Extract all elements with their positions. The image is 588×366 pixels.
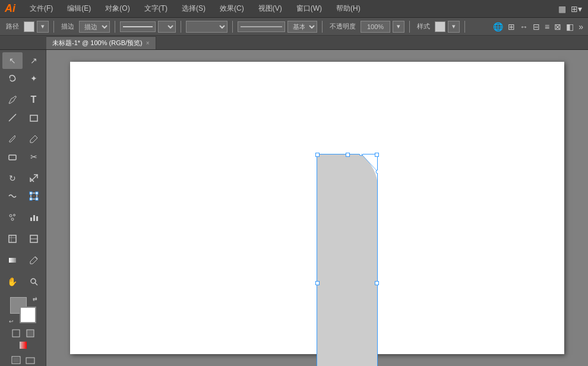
shape-svg [317, 154, 378, 366]
svg-rect-6 [30, 192, 32, 194]
align-icon[interactable]: ≡ [543, 21, 551, 33]
tab-close-btn[interactable]: × [146, 40, 150, 46]
direct-select-tool[interactable]: ↗ [24, 52, 44, 69]
svg-rect-25 [12, 330, 20, 337]
stroke-style-select[interactable] [186, 21, 227, 33]
canvas-area[interactable] [46, 50, 588, 366]
fill-options[interactable]: ▾ [37, 21, 49, 33]
svg-rect-3 [9, 155, 16, 160]
svg-rect-8 [30, 198, 32, 200]
slice-tool[interactable] [24, 231, 44, 247]
tool-row-4 [1, 109, 45, 126]
sep4 [232, 21, 233, 33]
swap-colors-icon[interactable]: ⇄ [33, 296, 37, 302]
menu-edit[interactable]: 编辑(E) [65, 4, 93, 14]
svg-line-4 [30, 175, 37, 182]
opacity-dropdown[interactable]: ▾ [393, 21, 404, 33]
selection-tool[interactable]: ↖ [2, 52, 23, 69]
pen-tool[interactable] [2, 91, 23, 108]
toolbar-right-icons: 🌐 ⊞ ↔ ⊟ ≡ ⊠ ◧ » [492, 21, 584, 33]
full-screen-mode-icon[interactable] [24, 355, 37, 366]
document-tab[interactable]: 未标题-1* @ 100% (RGB/预览) × [46, 36, 156, 49]
svg-rect-27 [20, 342, 27, 349]
pencil-tool[interactable] [24, 131, 44, 147]
stroke-panel-icon[interactable]: ⊠ [553, 21, 562, 33]
menu-help[interactable]: 帮助(H) [334, 4, 363, 14]
normal-mode-icon[interactable] [10, 328, 23, 339]
gradient-mode-icon[interactable] [17, 340, 30, 351]
free-transform-tool[interactable] [24, 188, 44, 204]
basic-select[interactable]: 基本 [287, 21, 317, 33]
menu-window[interactable]: 窗口(W) [294, 4, 324, 14]
svg-point-10 [10, 214, 12, 217]
stroke-color-swatch[interactable] [20, 307, 36, 323]
svg-rect-15 [36, 216, 38, 221]
line-select[interactable]: ▾ [158, 21, 176, 33]
warp-tool[interactable] [2, 188, 23, 204]
align-left-icon[interactable]: ⊞ [507, 21, 516, 33]
svg-line-2 [35, 135, 37, 138]
title-bar-right: ▦ ⊞▾ [557, 3, 583, 15]
rotate-tool[interactable]: ↻ [2, 170, 23, 187]
tool-row-1: ↖ ↗ [1, 52, 45, 69]
tool-row-11 [1, 252, 45, 269]
tool-row-3: T [1, 91, 45, 108]
more-icon[interactable]: » [577, 21, 584, 33]
graph-tool[interactable] [24, 209, 44, 226]
fill-mode-icon[interactable] [24, 328, 37, 339]
left-toolbar: ↖ ↗ ✦ T [0, 50, 46, 366]
shape-container[interactable] [317, 154, 378, 366]
gradient-panel-icon[interactable]: ◧ [565, 21, 575, 33]
app-logo: Ai [5, 2, 15, 15]
tool-row-8 [1, 188, 45, 204]
paintbrush-tool[interactable] [2, 131, 23, 147]
gradient-tool[interactable] [2, 252, 23, 269]
opacity-label: 不透明度 [327, 22, 358, 31]
svg-rect-30 [26, 358, 34, 364]
sep1 [53, 21, 54, 33]
artboard [70, 62, 564, 354]
symbol-sprayer-tool[interactable] [2, 209, 23, 226]
hand-tool[interactable]: ✋ [2, 273, 23, 290]
screen-mode-icon[interactable] [10, 355, 23, 366]
scissors-tool[interactable]: ✂ [24, 149, 44, 165]
scale-tool[interactable] [24, 170, 44, 187]
text-tool[interactable]: T [24, 91, 44, 108]
rect-tool[interactable] [24, 109, 44, 126]
menu-effect[interactable]: 效果(C) [217, 4, 246, 14]
title-bar: Ai 文件(F) 编辑(E) 对象(O) 文字(T) 选择(S) 效果(C) 视… [0, 0, 588, 18]
menu-text[interactable]: 文字(T) [142, 4, 170, 14]
line-weight-preview [120, 21, 156, 32]
svg-rect-7 [36, 192, 38, 194]
eraser-tool[interactable] [2, 149, 23, 165]
tool-row-10 [1, 231, 45, 247]
menu-file[interactable]: 文件(F) [27, 4, 55, 14]
layout-icon[interactable]: ⊞▾ [570, 3, 583, 15]
menu-view[interactable]: 视图(V) [256, 4, 284, 14]
main-area: ↖ ↗ ✦ T [0, 50, 588, 366]
zoom-tool[interactable] [24, 273, 44, 290]
artboard-tool[interactable] [2, 231, 23, 247]
line-tool[interactable] [2, 109, 23, 126]
lasso-tool[interactable] [2, 70, 23, 87]
sep3 [181, 21, 181, 33]
style-swatch[interactable] [435, 21, 445, 32]
arrange-icon[interactable]: ▦ [557, 3, 567, 15]
opacity-input[interactable]: 100% [361, 21, 390, 33]
transform-icon[interactable]: ↔ [519, 21, 529, 33]
menu-select[interactable]: 选择(S) [179, 4, 208, 14]
tool-row-12: ✋ [1, 273, 45, 290]
globe-icon[interactable]: 🌐 [492, 21, 504, 33]
magic-wand-tool[interactable]: ✦ [24, 70, 44, 87]
sep6 [409, 21, 410, 33]
sep2 [115, 21, 115, 33]
stroke-select[interactable]: 描边 [79, 21, 110, 33]
eyedropper-tool[interactable] [24, 252, 44, 269]
svg-rect-13 [30, 217, 32, 221]
style-dropdown[interactable]: ▾ [448, 21, 460, 33]
svg-line-22 [35, 257, 37, 259]
menu-object[interactable]: 对象(O) [103, 4, 132, 14]
pathfinder-icon[interactable]: ⊟ [532, 21, 541, 33]
fill-swatch[interactable] [24, 21, 34, 32]
reset-colors-icon[interactable]: ↩ [9, 318, 14, 324]
